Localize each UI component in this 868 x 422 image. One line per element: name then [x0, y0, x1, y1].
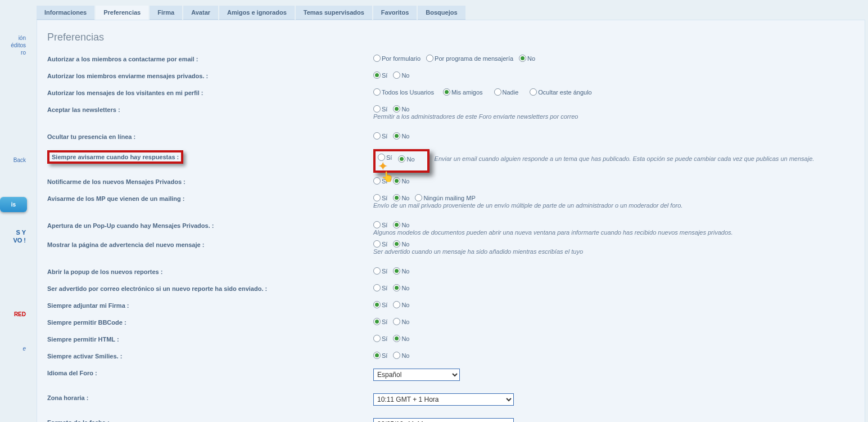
radio-si[interactable] [373, 240, 381, 248]
radio-si[interactable] [373, 132, 381, 140]
sidebar-link[interactable]: éditos [0, 42, 28, 48]
label-bbcode: Siempre permitir BBCode : [47, 318, 373, 326]
sidebar-red[interactable]: RED [0, 311, 28, 317]
radio-no[interactable] [393, 318, 400, 325]
label-timezone: Zona horaria : [47, 393, 373, 401]
timezone-select[interactable]: 10:11 GMT + 1 Hora [373, 393, 514, 406]
sidebar-promo: S Y [0, 229, 28, 236]
radio-no[interactable] [393, 71, 400, 79]
radio-si[interactable] [373, 71, 381, 79]
label-newsletters: Aceptar las newsletters : [47, 105, 373, 113]
tabs: Informaciones Preferencias Firma Avatar … [37, 6, 865, 20]
date-format-select[interactable]: 06/05/10, 11:11 am [373, 418, 514, 422]
tab-bosquejos[interactable]: Bosquejos [418, 6, 465, 20]
hint-newsletters: Permitir a los administradores de este F… [373, 113, 855, 120]
sidebar-promo: VO ! [0, 237, 28, 244]
radio-no[interactable] [393, 284, 400, 291]
radio-no[interactable] [393, 301, 400, 308]
tab-temas[interactable]: Temas supervisados [296, 6, 372, 20]
highlight-label-notify-replies: Siempre avisarme cuando hay respuestas : [47, 150, 183, 164]
label-hide-presence: Ocultar tu presencia en línea : [47, 132, 373, 140]
label-attach-sig: Siempre adjuntar mi Firma : [47, 301, 373, 309]
label-smilies: Siempre activar Smilies. : [47, 352, 373, 360]
radio-si[interactable] [373, 318, 381, 325]
label-lang: Idioma del Foro : [47, 369, 373, 376]
label-popup-reports: Abrir la popup de los nuevos reportes : [47, 267, 373, 275]
radio-no[interactable] [393, 267, 400, 275]
radio-no[interactable] [519, 55, 526, 62]
radio-no[interactable] [393, 194, 400, 201]
tab-preferencias[interactable]: Preferencias [96, 6, 148, 20]
radio-por-programa[interactable] [426, 55, 433, 62]
radio-si[interactable] [373, 194, 381, 201]
tab-favoritos[interactable]: Favoritos [373, 6, 417, 20]
radio-ningun[interactable] [415, 194, 422, 201]
radio-ocultar[interactable] [530, 88, 537, 96]
panel-title: Preferencias [47, 32, 855, 43]
radio-no[interactable] [393, 105, 400, 113]
tab-firma[interactable]: Firma [150, 6, 182, 20]
label-popup-pm: Apertura de un Pop-Up cuando hay Mensaje… [47, 221, 373, 229]
sidebar: ión éditos ro Back is S Y VO ! RED e [0, 0, 28, 422]
sidebar-back[interactable]: Back [0, 157, 28, 163]
tab-avatar[interactable]: Avatar [183, 6, 218, 20]
radio-si[interactable] [373, 352, 381, 359]
label-contact-email: Autorizar a los miembros a contactarme p… [47, 55, 373, 62]
sidebar-link[interactable]: ro [0, 50, 28, 56]
tab-informaciones[interactable]: Informaciones [37, 6, 94, 20]
hint-popup-pm: Algunos modelos de documentos pueden abr… [373, 229, 855, 236]
radio-amigos[interactable] [443, 88, 450, 96]
radio-no[interactable] [393, 352, 400, 359]
radio-si[interactable] [373, 105, 381, 113]
radio-si[interactable] [373, 284, 381, 291]
label-visitors: Autorizar los mensajes de los visitantes… [47, 88, 373, 96]
radio-si[interactable] [373, 335, 381, 342]
hint-notify-replies: Enviar un email cuando alguien responde … [435, 155, 815, 162]
label-mailing-pm: Avisarme de los MP que vienen de un mail… [47, 194, 373, 202]
label-warn-page: Mostrar la página de advertencia del nue… [47, 240, 373, 248]
radio-todos[interactable] [373, 88, 381, 96]
radio-si[interactable] [373, 221, 381, 228]
sidebar-blue-button[interactable]: is [0, 197, 27, 212]
highlight-opts-notify-replies: Sí No ✦ 👆 [373, 149, 430, 173]
label-pm: Autorizar los miembros enviarme mensajes… [47, 71, 373, 79]
hint-mailing-pm: Envío de un mail privado proveniente de … [373, 202, 855, 209]
radio-nadie[interactable] [494, 88, 501, 96]
radio-si[interactable] [373, 177, 381, 185]
radio-no[interactable] [393, 177, 400, 185]
sidebar-dark[interactable]: e [0, 345, 28, 352]
label-date-format: Formato de la fecha : [47, 418, 373, 422]
radio-no[interactable] [393, 132, 400, 140]
radio-no[interactable] [393, 335, 400, 342]
label-email-reports: Ser advertido por correo electrónico si … [47, 284, 373, 292]
label-html: Siempre permitir HTML : [47, 335, 373, 343]
hint-warn-page: Ser advertido cuando un mensaje ha sido … [373, 248, 855, 255]
tab-amigos[interactable]: Amigos e ignorados [219, 6, 295, 20]
label-notify-pm: Notificarme de los nuevos Mensajes Priva… [47, 177, 373, 185]
cursor-pointer-icon: 👆 [381, 170, 394, 183]
radio-por-formulario[interactable] [373, 55, 381, 62]
radio-si[interactable] [373, 301, 381, 308]
radio-no[interactable] [398, 155, 405, 163]
sidebar-link[interactable]: ión [0, 35, 28, 41]
radio-si[interactable] [373, 267, 381, 275]
preferences-panel: Preferencias Autorizar a los miembros a … [37, 20, 865, 422]
radio-no[interactable] [393, 240, 400, 248]
lang-select[interactable]: Español [373, 369, 460, 381]
radio-no[interactable] [393, 221, 400, 228]
